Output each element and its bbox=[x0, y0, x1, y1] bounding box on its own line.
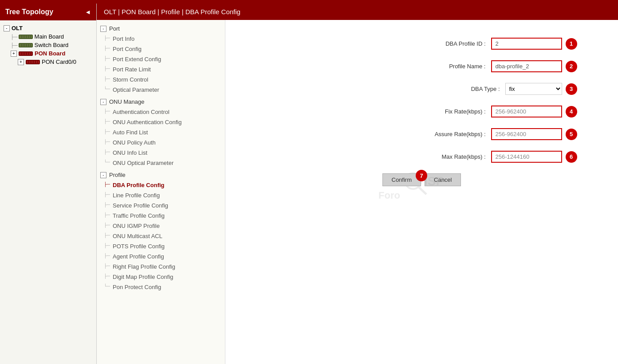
switch-board-icon bbox=[19, 43, 33, 47]
step-badge-5: 5 bbox=[566, 129, 577, 140]
nav-port-items: Port Info Port Config Port Extend Config… bbox=[97, 34, 225, 95]
cancel-button[interactable]: Cancel bbox=[425, 173, 461, 186]
nav-section-port-label: Port bbox=[109, 25, 120, 32]
tree-label-main-board: Main Board bbox=[35, 33, 64, 40]
nav-expand-onu[interactable]: - bbox=[100, 99, 106, 105]
tree-expand-olt[interactable]: - bbox=[4, 25, 10, 31]
nav-profile-items: DBA Profile Config Line Profile Config S… bbox=[97, 180, 225, 292]
tree-label-olt: OLT bbox=[12, 25, 23, 31]
nav-item-onu-optical-parameter[interactable]: ONU Optical Parameter bbox=[97, 158, 225, 168]
step-badge-1: 1 bbox=[566, 38, 577, 50]
nav-item-port-info[interactable]: Port Info bbox=[97, 34, 225, 44]
svg-text:Foro: Foro bbox=[378, 190, 400, 201]
nav-item-dba-profile-config[interactable]: DBA Profile Config bbox=[97, 180, 225, 190]
nav-item-line-profile-config[interactable]: Line Profile Config bbox=[97, 190, 225, 200]
nav-item-port-rate-limit[interactable]: Port Rate Limit bbox=[97, 64, 225, 74]
nav-item-service-profile-config[interactable]: Service Profile Config bbox=[97, 200, 225, 211]
nav-panel: - Port Port Info Port Config Port Extend… bbox=[97, 20, 225, 364]
nav-item-onu-authentication-config[interactable]: ONU Authentication Config bbox=[97, 117, 225, 127]
nav-item-digit-map-profile-config[interactable]: Digit Map Profile Config bbox=[97, 272, 225, 282]
confirm-button[interactable]: Confirm bbox=[382, 173, 421, 186]
nav-item-onu-policy-auth[interactable]: ONU Policy Auth bbox=[97, 137, 225, 148]
content-area: - Port Port Info Port Config Port Extend… bbox=[97, 20, 618, 364]
nav-section-onu-header[interactable]: - ONU Manage bbox=[97, 97, 225, 107]
label-max-rate: Max Rate(kbps) : bbox=[415, 153, 486, 160]
tree-line-main: ├─ bbox=[11, 34, 18, 39]
sidebar-title: Tree Topology bbox=[5, 8, 53, 16]
tree-expand-pon-card[interactable]: + bbox=[18, 59, 24, 65]
step-badge-3: 3 bbox=[566, 83, 577, 95]
nav-item-pots-profile-config[interactable]: POTS Profile Config bbox=[97, 241, 225, 251]
step-badge-6: 6 bbox=[566, 151, 577, 163]
nav-item-storm-control[interactable]: Storm Control bbox=[97, 74, 225, 85]
input-fix-rate[interactable] bbox=[491, 106, 562, 117]
sidebar: Tree Topology ◄ - OLT ├─ Main Board ├─ S… bbox=[0, 4, 97, 364]
nav-item-pon-protect-config[interactable]: Pon Protect Config bbox=[97, 282, 225, 292]
select-dba-type[interactable]: fix assure max assure+max fix+assure+max bbox=[505, 83, 562, 95]
nav-item-authentication-control[interactable]: Authentication Control bbox=[97, 107, 225, 117]
tree-label-switch-board: Switch Board bbox=[35, 42, 69, 48]
nav-item-agent-profile-config[interactable]: Agent Profile Config bbox=[97, 251, 225, 262]
tree-line-switch: ├─ bbox=[11, 43, 18, 48]
pon-board-icon bbox=[19, 51, 33, 56]
form-row-dba-type: DBA Type : fix assure max assure+max fix… bbox=[267, 83, 577, 95]
form-row-max-rate: Max Rate(kbps) : 6 bbox=[267, 151, 577, 163]
label-profile-name: Profile Name : bbox=[415, 63, 486, 70]
form-panel: ISP Foro DBA Profile ID : 1 Profile Name… bbox=[225, 20, 618, 364]
nav-expand-profile[interactable]: - bbox=[100, 172, 106, 178]
top-bar bbox=[0, 0, 618, 4]
nav-expand-port[interactable]: - bbox=[100, 26, 106, 32]
form-row-dba-profile-id: DBA Profile ID : 1 bbox=[267, 38, 577, 50]
tree-item-pon-card[interactable]: + PON Card0/0 bbox=[2, 58, 94, 66]
nav-section-port: - Port Port Info Port Config Port Extend… bbox=[97, 23, 225, 95]
nav-item-right-flag-profile-config[interactable]: Right Flag Profile Config bbox=[97, 262, 225, 272]
nav-item-traffic-profile-config[interactable]: Traffic Profile Config bbox=[97, 211, 225, 221]
input-assure-rate[interactable] bbox=[491, 128, 562, 140]
form-buttons: Confirm 7 Cancel bbox=[267, 173, 577, 186]
nav-item-auto-find-list[interactable]: Auto Find List bbox=[97, 127, 225, 137]
nav-section-profile: - Profile DBA Profile Config Line Profil… bbox=[97, 170, 225, 292]
nav-onu-items: Authentication Control ONU Authenticatio… bbox=[97, 107, 225, 168]
confirm-step-badge: 7 bbox=[416, 170, 427, 181]
step-badge-4: 4 bbox=[566, 106, 577, 117]
nav-section-port-header[interactable]: - Port bbox=[97, 23, 225, 34]
nav-section-onu-manage: - ONU Manage Authentication Control ONU … bbox=[97, 97, 225, 168]
label-dba-profile-id: DBA Profile ID : bbox=[415, 40, 486, 47]
main-board-icon bbox=[19, 35, 33, 39]
nav-item-onu-multicast-acl[interactable]: ONU Multicast ACL bbox=[97, 231, 225, 241]
breadcrumb-text: OLT | PON Board | Profile | DBA Profile … bbox=[104, 8, 240, 16]
tree-label-pon-board: PON Board bbox=[35, 50, 65, 57]
input-profile-name[interactable] bbox=[491, 60, 562, 72]
nav-section-profile-label: Profile bbox=[109, 172, 126, 178]
sidebar-header: Tree Topology ◄ bbox=[0, 4, 96, 20]
label-fix-rate: Fix Rate(kbps) : bbox=[415, 108, 486, 115]
svg-line-1 bbox=[418, 187, 426, 194]
nav-section-profile-header[interactable]: - Profile bbox=[97, 170, 225, 180]
step-badge-2: 2 bbox=[566, 61, 577, 72]
nav-section-onu-label: ONU Manage bbox=[109, 98, 144, 105]
tree-item-pon-board[interactable]: + PON Board bbox=[2, 49, 94, 58]
tree-item-switch-board[interactable]: ├─ Switch Board bbox=[2, 41, 94, 49]
pon-card-icon bbox=[26, 60, 40, 64]
tree-item-olt[interactable]: - OLT bbox=[2, 24, 94, 32]
nav-item-onu-info-list[interactable]: ONU Info List bbox=[97, 148, 225, 158]
breadcrumb: OLT | PON Board | Profile | DBA Profile … bbox=[97, 4, 618, 20]
label-dba-type: DBA Type : bbox=[429, 86, 500, 92]
nav-item-onu-igmp-profile[interactable]: ONU IGMP Profile bbox=[97, 221, 225, 231]
nav-item-optical-parameter[interactable]: Optical Parameter bbox=[97, 85, 225, 95]
tree-item-main-board[interactable]: ├─ Main Board bbox=[2, 32, 94, 41]
form-row-profile-name: Profile Name : 2 bbox=[267, 60, 577, 72]
form-row-fix-rate: Fix Rate(kbps) : 4 bbox=[267, 106, 577, 117]
nav-item-port-config[interactable]: Port Config bbox=[97, 44, 225, 54]
tree-expand-pon[interactable]: + bbox=[11, 51, 17, 57]
form-row-assure-rate: Assure Rate(kbps) : 5 bbox=[267, 128, 577, 140]
sidebar-collapse-icon[interactable]: ◄ bbox=[85, 8, 91, 16]
tree-label-pon-card: PON Card0/0 bbox=[42, 59, 76, 65]
nav-item-port-extend-config[interactable]: Port Extend Config bbox=[97, 54, 225, 64]
input-max-rate[interactable] bbox=[491, 151, 562, 163]
main-content: OLT | PON Board | Profile | DBA Profile … bbox=[97, 4, 618, 364]
form-container: DBA Profile ID : 1 Profile Name : 2 DBA … bbox=[267, 38, 577, 186]
app: Tree Topology ◄ - OLT ├─ Main Board ├─ S… bbox=[0, 4, 618, 364]
input-dba-profile-id[interactable] bbox=[491, 38, 562, 50]
label-assure-rate: Assure Rate(kbps) : bbox=[415, 131, 486, 137]
